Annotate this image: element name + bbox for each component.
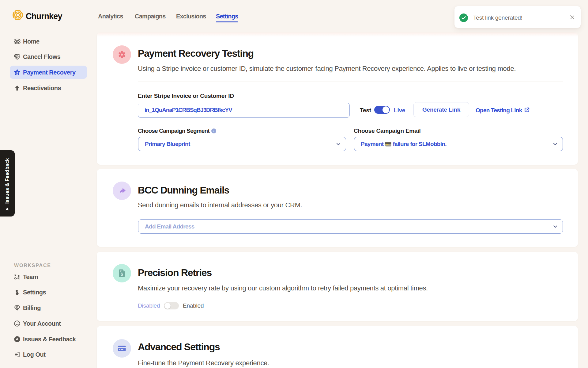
- svg-text:$: $: [121, 272, 123, 277]
